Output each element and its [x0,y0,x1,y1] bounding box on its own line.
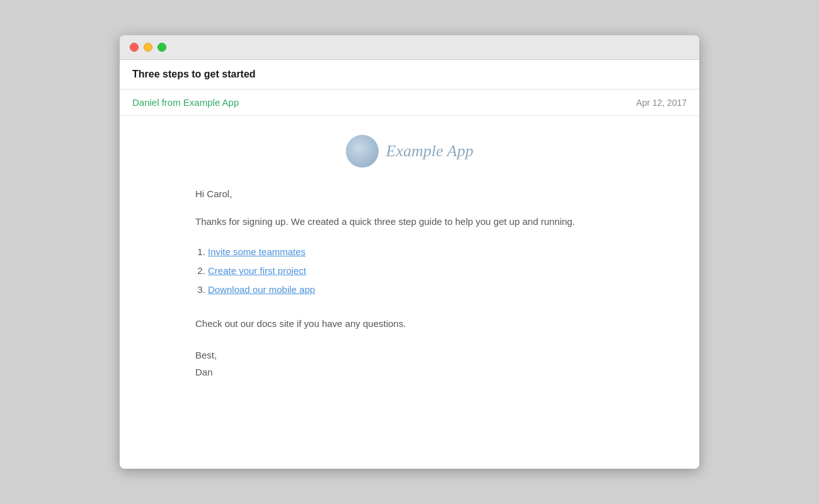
email-body: Example App Hi Carol, Thanks for signing… [120,116,699,469]
minimize-button[interactable] [144,43,152,52]
email-subject-bar: Three steps to get started [120,60,699,89]
email-window: Three steps to get started Daniel from E… [120,35,699,469]
email-date: Apr 12, 2017 [636,98,687,108]
list-item: Download our mobile app [208,282,624,297]
body-content: Hi Carol, Thanks for signing up. We crea… [132,186,687,381]
sign-off-line1: Best, [195,346,624,364]
email-subject: Three steps to get started [132,69,256,79]
logo-area: Example App [132,135,687,168]
titlebar [120,35,699,60]
sender-name: Daniel from Example App [132,97,239,108]
logo-icon [346,135,379,168]
close-button[interactable] [130,43,139,52]
email-meta: Daniel from Example App Apr 12, 2017 [120,89,699,116]
logo-text: Example App [386,142,474,161]
step-1-link[interactable]: Invite some teammates [208,246,306,257]
step-2-link[interactable]: Create your first project [208,265,306,276]
maximize-button[interactable] [158,43,166,52]
step-3-link[interactable]: Download our mobile app [208,284,315,295]
sign-off: Best, Dan [195,346,624,381]
list-item: Create your first project [208,263,624,278]
list-item: Invite some teammates [208,244,624,260]
docs-text: Check out our docs site if you have any … [195,316,624,331]
sign-off-line2: Dan [195,364,624,381]
steps-list: Invite some teammates Create your first … [195,244,624,297]
intro-text: Thanks for signing up. We created a quic… [195,214,624,229]
greeting-text: Hi Carol, [195,186,624,202]
